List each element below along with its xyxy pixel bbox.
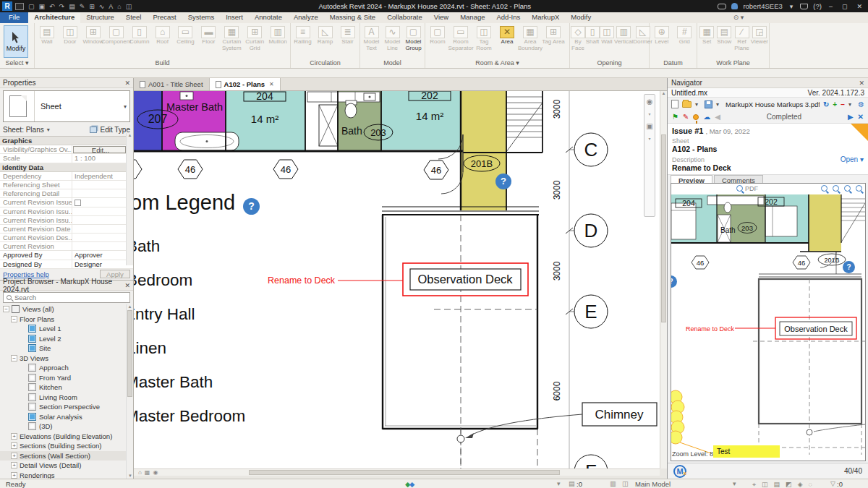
browser-search-box[interactable] <box>3 292 130 303</box>
ribbon-tab[interactable]: MarkupX <box>526 12 565 23</box>
tree-item[interactable]: −3D Views <box>0 354 126 364</box>
steering-wheel-icon[interactable]: ◉ <box>647 98 653 106</box>
selection-toggle-icon[interactable]: ◩ <box>786 481 792 488</box>
markup-help-icon[interactable]: ? <box>843 261 855 273</box>
ribbon-item[interactable]: ▢Room <box>426 25 449 46</box>
ribbon-item[interactable]: ◲Viewer <box>751 25 768 46</box>
tree-item[interactable]: +Detail Views (Detail) <box>0 461 126 471</box>
ribbon-item[interactable]: ◫Tag Room <box>472 25 495 51</box>
refresh-icon[interactable]: ↻ <box>823 100 829 108</box>
property-value[interactable] <box>72 207 133 215</box>
ribbon-tab[interactable]: File <box>0 12 28 23</box>
quick-access-icon[interactable]: ◫ <box>126 3 132 10</box>
next-issue-icon[interactable]: ▶ <box>848 113 854 121</box>
ribbon-item[interactable]: ◺Ramp <box>314 25 336 46</box>
ribbon-item[interactable]: ▤Wall <box>35 25 59 46</box>
ribbon-item[interactable]: ▬Floor <box>197 25 220 46</box>
tree-item[interactable]: +Sections (Building Section) <box>0 441 126 451</box>
ribbon-item[interactable]: ▯Shaft <box>585 25 600 46</box>
property-value[interactable] <box>72 216 133 224</box>
property-value[interactable] <box>72 189 133 197</box>
tree-item[interactable]: Level 2 <box>0 334 126 344</box>
ribbon-item[interactable]: ✕Area <box>495 25 519 46</box>
ribbon-tab[interactable]: Collaborate <box>381 12 428 23</box>
property-value[interactable] <box>72 234 133 241</box>
ribbon-item[interactable]: ⊞Curtain Grid <box>243 25 266 51</box>
design-options-icon[interactable]: ▤ <box>569 480 575 487</box>
select-group-label[interactable]: Select ▾ <box>0 59 34 68</box>
selection-toggle-icon[interactable]: ▤ <box>774 481 780 488</box>
ribbon-item[interactable]: ⌂Roof <box>151 25 174 46</box>
property-row[interactable]: Referencing Detail <box>0 189 133 198</box>
quick-access-icon[interactable]: ∿ <box>99 3 105 10</box>
navigator-header[interactable]: Navigator ✕ <box>668 78 868 88</box>
tree-item[interactable]: +Elevations (Building Elevation) <box>0 432 126 442</box>
new-markup-icon[interactable] <box>671 100 678 108</box>
ribbon-item[interactable]: ≡Railing <box>292 25 314 46</box>
quick-access-icon[interactable]: ↶ <box>49 3 55 10</box>
selection-toggle-icon[interactable]: ◈ <box>798 481 803 488</box>
navigator-close-icon[interactable]: ✕ <box>859 80 864 87</box>
tree-expander-icon[interactable]: − <box>3 306 9 312</box>
ribbon-tab[interactable]: Modify <box>565 12 597 23</box>
flag-icon[interactable]: ⚑ <box>672 113 678 121</box>
model-display-icon[interactable]: ◫ <box>622 480 629 487</box>
instance-selector[interactable]: Sheet: Plans <box>3 126 44 134</box>
chimney-callout[interactable]: Chimney <box>457 403 657 442</box>
ribbon-tab[interactable]: Analyze <box>288 12 324 23</box>
zoom-out-icon[interactable] <box>833 185 839 192</box>
view-tab-a001[interactable]: A001 - Title Sheet <box>134 78 210 90</box>
zoom-fit-icon[interactable] <box>844 185 851 192</box>
linked-pdf-name[interactable]: MarkupX House Markups 3.pdf <box>726 100 820 108</box>
markup-rename-to-deck[interactable]: Rename to Deck Observation Deck <box>268 263 528 296</box>
search-icon[interactable] <box>718 4 726 9</box>
file-tabs-icon[interactable] <box>15 3 24 10</box>
tree-item[interactable]: +Sections (Wall Section) <box>0 451 126 461</box>
navbar-caret-icon[interactable]: ▾ <box>648 111 650 116</box>
pin-icon[interactable] <box>693 114 699 120</box>
property-row[interactable]: Scale1 : 100 <box>0 154 133 163</box>
property-value[interactable] <box>72 198 133 206</box>
restore-button[interactable]: ◻ <box>840 3 849 10</box>
worksets-caret-icon[interactable]: ▾ <box>557 480 561 487</box>
ribbon-item[interactable]: ◫Door <box>59 25 82 46</box>
property-row[interactable]: Visibility/Graphics Ov...Edit... <box>0 145 133 154</box>
properties-scrollbar[interactable]: ▲ <box>126 133 133 265</box>
quick-access-icon[interactable]: ▣ <box>39 3 46 10</box>
selection-toggle-icon[interactable]: ⌖ <box>752 481 756 488</box>
ribbon-tab[interactable]: Add-Ins <box>491 12 527 23</box>
property-row[interactable]: Current Revision Issu... <box>0 216 133 225</box>
ribbon-item[interactable]: ▭Ceiling <box>174 25 197 46</box>
tree-item[interactable]: Solar Analysis <box>0 412 126 422</box>
quick-access-icon[interactable]: A <box>109 3 113 10</box>
tree-item[interactable]: From Yard <box>0 373 126 383</box>
property-row[interactable]: Current Revision Des... <box>0 234 133 242</box>
tree-item[interactable]: Approach <box>0 363 126 373</box>
ribbon-item[interactable]: ▢Model Group <box>403 25 424 51</box>
project-browser-header[interactable]: Project Browser - MarkupX House 2024.rvt… <box>0 281 133 291</box>
quick-access-icon[interactable]: ▢ <box>28 3 35 10</box>
properties-close-icon[interactable]: ✕ <box>124 80 130 87</box>
dismiss-icon[interactable]: ✕ <box>858 113 864 121</box>
more-caret-icon[interactable]: ▾ <box>848 101 851 108</box>
view-navigation-bar[interactable]: ◉ ▾ ▣ ▾ <box>644 94 655 217</box>
tree-expander-icon[interactable]: + <box>11 472 17 479</box>
cloud-icon[interactable]: ☁ <box>703 113 710 121</box>
modify-options-icon[interactable]: ⊙ ▾ <box>731 13 746 21</box>
room-legend[interactable]: Room Legend Bath Bedroom Entry Hall Line… <box>134 191 245 425</box>
search-input[interactable] <box>14 294 127 301</box>
tree-item[interactable]: −Views (all) <box>0 304 126 314</box>
ribbon-item[interactable]: ▥Vertical <box>614 25 633 46</box>
modify-button[interactable]: Modify <box>4 25 28 58</box>
property-row[interactable]: Current Revision Date <box>0 225 133 234</box>
horizontal-scrollbar[interactable]: ⌂▦◉ <box>134 468 660 476</box>
view-control-icon[interactable]: ◉ <box>153 469 158 476</box>
user-avatar[interactable] <box>731 3 738 9</box>
add-icon[interactable]: + <box>833 100 837 108</box>
tree-item[interactable]: −Floor Plans <box>0 314 126 325</box>
pen-icon[interactable]: ✎ <box>683 113 689 121</box>
quick-access-icon[interactable]: ▤ <box>69 3 75 10</box>
quick-access-icon[interactable]: ⌂ <box>117 3 121 10</box>
ribbon-tab[interactable]: Structure <box>80 12 120 23</box>
navbar-caret-icon[interactable]: ▾ <box>648 136 650 141</box>
